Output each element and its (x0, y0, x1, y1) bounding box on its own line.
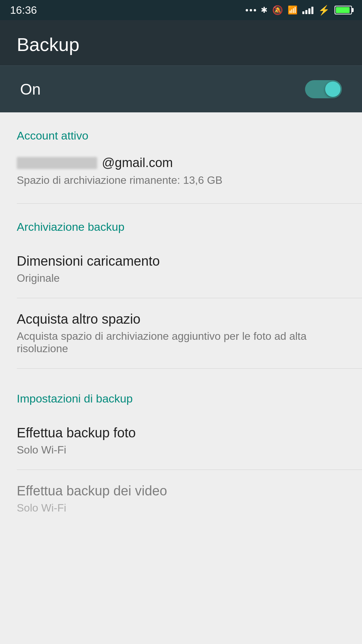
toggle-thumb (325, 82, 341, 97)
status-time: 16:36 (10, 4, 37, 16)
backup-video-subtitle: Solo Wi-Fi (17, 502, 345, 514)
backup-video-title: Effettua backup dei video (17, 483, 345, 498)
app-header: Backup (0, 20, 362, 65)
section-account-attivo: Account attivo (0, 112, 362, 149)
backup-toggle-row[interactable]: On (0, 65, 362, 112)
dimensioni-caricamento-item[interactable]: Dimensioni caricamento Originale (0, 240, 362, 298)
email-blur (17, 157, 97, 169)
acquista-subtitle: Acquista spazio di archiviazione aggiunt… (17, 330, 345, 355)
account-email: @gmail.com (17, 156, 345, 170)
account-storage: Spazio di archiviazione rimanente: 13,6 … (17, 174, 345, 186)
section-impostazioni: Impostazioni di backup (0, 375, 362, 412)
acquista-title: Acquista altro spazio (17, 312, 345, 327)
status-bar: 16:36 ✱ 🔕 📶 ⚡ (0, 0, 362, 20)
acquista-spazio-item[interactable]: Acquista altro spazio Acquista spazio di… (0, 298, 362, 368)
backup-foto-item[interactable]: Effettua backup foto Solo Wi-Fi (0, 412, 362, 470)
status-icons: ✱ 🔕 📶 ⚡ (246, 5, 352, 16)
backup-foto-subtitle: Solo Wi-Fi (17, 444, 345, 456)
page-title: Backup (17, 34, 345, 55)
section-archiviazione: Archiviazione backup (0, 204, 362, 240)
account-item[interactable]: @gmail.com Spazio di archiviazione riman… (0, 149, 362, 203)
signal-bars-icon (302, 6, 313, 14)
battery-icon (335, 6, 352, 14)
dimensioni-subtitle: Originale (17, 272, 345, 284)
bluetooth-icon: ✱ (261, 5, 267, 15)
backup-toggle-switch[interactable] (305, 80, 342, 98)
mute-icon: 🔕 (272, 5, 283, 15)
toggle-label: On (20, 80, 41, 98)
email-suffix: @gmail.com (102, 156, 173, 170)
dimensioni-title: Dimensioni caricamento (17, 254, 345, 269)
network-dots-icon (246, 9, 256, 11)
backup-video-item[interactable]: Effettua backup dei video Solo Wi-Fi (0, 470, 362, 528)
charging-icon: ⚡ (318, 5, 330, 16)
settings-content: Account attivo @gmail.com Spazio di arch… (0, 112, 362, 528)
backup-foto-title: Effettua backup foto (17, 425, 345, 440)
wifi-icon: 📶 (288, 5, 298, 15)
